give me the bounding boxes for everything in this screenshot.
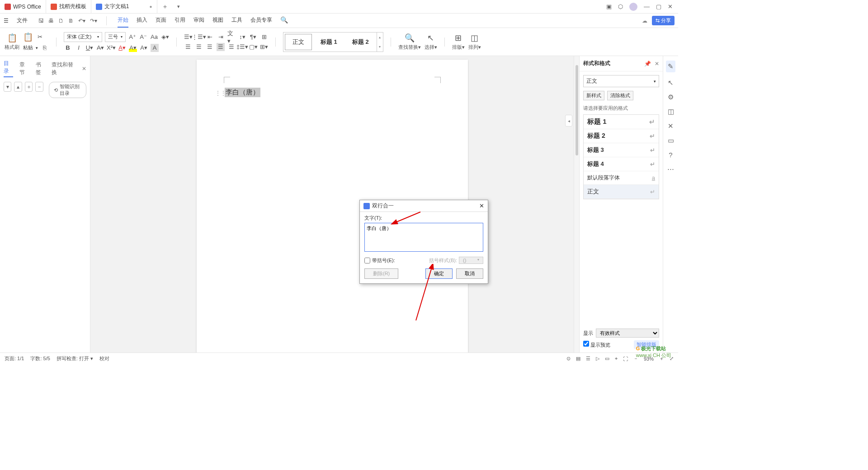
change-case-icon[interactable]: Aa [150, 33, 158, 41]
nav-tab-find[interactable]: 查找和替换 [52, 61, 75, 76]
preview-checkbox[interactable] [583, 341, 589, 347]
view2-icon[interactable]: ☰ [586, 356, 590, 362]
line-spacing-icon[interactable]: ‡☰▾ [238, 43, 246, 51]
tab-home[interactable]: 开始 [118, 14, 128, 28]
nav-dropdown-button[interactable]: ▾ [4, 82, 11, 92]
help-icon[interactable]: ? [669, 151, 672, 159]
align-left-icon[interactable]: ☰ [184, 43, 192, 51]
cloud-icon[interactable]: ☁ [642, 18, 647, 24]
font-size-select[interactable]: 三号▾ [105, 32, 126, 42]
font-name-select[interactable]: 宋体 (正文)▾ [64, 32, 102, 42]
nav-minus-button[interactable]: － [35, 82, 43, 92]
page-status[interactable]: 页面: 1/1 [5, 355, 24, 362]
tab-view[interactable]: 视图 [212, 14, 223, 28]
cursor-icon[interactable]: ↖ [668, 79, 674, 87]
align-right-icon[interactable]: ☰ [206, 43, 214, 51]
bullets-icon[interactable]: ☰▾ [184, 33, 192, 41]
preview-icon[interactable]: 🗋 [58, 18, 64, 24]
superscript-icon[interactable]: X²▾ [107, 44, 115, 52]
ok-button[interactable]: 确定 [425, 268, 453, 279]
show-marks-icon[interactable]: ¶▾ [249, 33, 257, 41]
increase-indent-icon[interactable]: ⇥ [217, 33, 225, 41]
view4-icon[interactable]: ▭ [605, 356, 609, 362]
new-style-button[interactable]: 新样式 [583, 91, 604, 100]
style-gallery[interactable]: 正文 标题 1 标题 2 ▴▾ [283, 32, 383, 52]
font-color-icon[interactable]: A▾ [118, 44, 126, 52]
panel-icon[interactable]: ▣ [606, 3, 612, 10]
style-body[interactable]: 正文 [285, 34, 312, 50]
tab-review[interactable]: 审阅 [193, 14, 204, 28]
focus-icon[interactable]: ⊙ [566, 356, 571, 362]
cancel-button[interactable]: 取消 [456, 268, 483, 279]
distribute-icon[interactable]: ☰ [227, 43, 236, 51]
new-tab-button[interactable]: ＋ [157, 3, 173, 11]
nav-up-button[interactable]: ▴ [14, 82, 22, 92]
tab-insert[interactable]: 插入 [137, 14, 147, 28]
style-h1[interactable]: 标题 1 [313, 38, 345, 46]
book-icon[interactable]: ▭ [668, 136, 674, 145]
search-icon[interactable]: 🔍 [280, 14, 288, 28]
current-style-select[interactable]: 正文▾ [583, 75, 659, 87]
nav-tab-toc[interactable]: 目录 [4, 60, 13, 77]
align-justify-icon[interactable]: ☰ [217, 43, 225, 51]
align-center-icon[interactable]: ☰ [195, 43, 203, 51]
format-brush-button[interactable]: 📋格式刷 [5, 33, 19, 51]
bracket-checkbox[interactable] [364, 258, 370, 263]
vertical-scrollbar[interactable] [574, 56, 579, 352]
style-item-h1[interactable]: 标题 1↵ [584, 115, 659, 129]
tab-dot-icon[interactable]: ● [149, 4, 152, 9]
text-direction-icon[interactable]: 文▾ [227, 33, 236, 41]
tab-tools[interactable]: 工具 [231, 14, 242, 28]
find-replace-button[interactable]: 🔍查找替换▾ [398, 33, 421, 51]
save-icon[interactable]: 🖫 [38, 18, 44, 24]
collapse-panel-button[interactable]: ◂ [565, 115, 572, 127]
clear-format-button[interactable]: 清除格式 [607, 91, 633, 100]
shrink-font-icon[interactable]: A⁻ [139, 33, 147, 41]
tabs-icon[interactable]: ⊞ [260, 33, 268, 41]
borders-icon[interactable]: ⊞▾ [260, 43, 268, 51]
tools-icon[interactable]: ✕ [668, 122, 674, 130]
style-item-h4[interactable]: 标题 4↵ [584, 157, 659, 171]
settings-icon[interactable]: ⚙ [668, 93, 674, 101]
tab-member[interactable]: 会员专享 [250, 14, 272, 28]
tab-reference[interactable]: 引用 [175, 14, 185, 28]
spell-check-status[interactable]: 拼写检查: 打开 ▾ [57, 355, 93, 362]
tab-page[interactable]: 页面 [156, 14, 166, 28]
nav-tab-bookmark[interactable]: 书签 [36, 61, 45, 76]
nav-tab-chapter[interactable]: 章节 [19, 61, 29, 76]
decrease-indent-icon[interactable]: ⇤ [206, 33, 214, 41]
file-menu[interactable]: 文件 [14, 16, 30, 25]
nav-close-icon[interactable]: ✕ [82, 66, 86, 72]
proof-status[interactable]: 校对 [99, 355, 109, 362]
style-item-h2[interactable]: 标题 2↵ [584, 129, 659, 143]
highlight-icon[interactable]: A▾ [129, 44, 137, 52]
maximize-button[interactable]: ▢ [656, 3, 661, 10]
bold-icon[interactable]: B [64, 44, 72, 52]
word-count[interactable]: 字数: 5/5 [30, 355, 50, 362]
style-item-default[interactable]: 默认段落字体a [584, 171, 659, 185]
paste-icon[interactable]: 📋 [23, 32, 33, 42]
redo-icon[interactable]: ↷▾ [90, 18, 97, 24]
smart-toc-button[interactable]: ⟲智能识别目录 [49, 82, 86, 98]
style-item-body[interactable]: 正文↵ [584, 185, 659, 199]
view1-icon[interactable]: ▤ [576, 356, 580, 362]
template-tab[interactable]: 找稻壳模板 [46, 0, 91, 14]
document-text[interactable]: 李白（唐） [225, 88, 260, 97]
pencil-icon[interactable]: ✎ [666, 61, 675, 72]
nav-plus-button[interactable]: ＋ [25, 82, 33, 92]
italic-icon[interactable]: I [75, 44, 83, 52]
cut-icon[interactable]: ✂ [36, 33, 44, 41]
copy-icon[interactable]: ⎘ [41, 44, 49, 52]
document-tab[interactable]: 文字文稿1● [91, 0, 157, 14]
close-button[interactable]: ✕ [668, 3, 673, 10]
pin-icon[interactable]: 📌 [644, 61, 651, 67]
numbering-icon[interactable]: ⋮☰▾ [195, 33, 203, 41]
sort-icon[interactable]: ↕▾ [238, 33, 246, 41]
text-input[interactable]: 李白（唐） [364, 223, 483, 252]
paste-label[interactable]: 粘贴 [23, 44, 33, 51]
text-effect-icon[interactable]: A▾ [140, 44, 148, 52]
minimize-button[interactable]: ― [644, 3, 650, 10]
more-icon[interactable]: ⋯ [667, 165, 674, 173]
menu-icon[interactable]: ☰ [4, 18, 9, 24]
layout-button[interactable]: ⊞排版▾ [452, 33, 465, 51]
